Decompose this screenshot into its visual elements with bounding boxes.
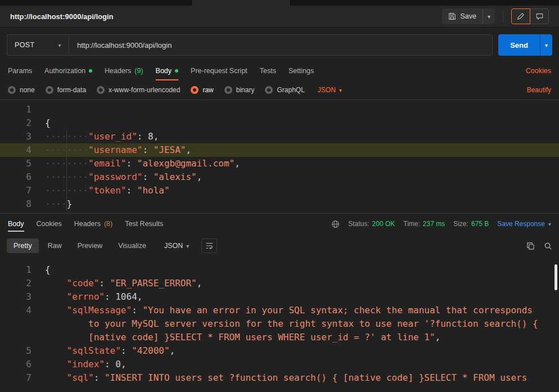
body-type-binary[interactable]: binary (224, 86, 255, 94)
code-line[interactable]: 6 "index": 0, (0, 358, 559, 371)
code-token: { (45, 264, 51, 275)
view-tab-raw[interactable]: Raw (41, 238, 69, 253)
tab-label: Cookies (37, 220, 62, 228)
save-button-label: Save (460, 12, 476, 20)
code-line[interactable]: 1{ (0, 263, 559, 277)
save-button[interactable]: Save (442, 8, 483, 24)
code-line[interactable]: 4········"username": "JESA", (0, 143, 559, 157)
time-label: Time: (403, 220, 420, 228)
response-scrollbar[interactable] (555, 264, 557, 290)
send-dropdown-button[interactable] (540, 34, 552, 56)
code-line[interactable]: [native code] }SELECT * FROM users WHERE… (0, 331, 559, 344)
search-button[interactable] (544, 242, 552, 250)
code-line[interactable]: 7········"token": "hola" (0, 184, 559, 197)
code-token (45, 372, 67, 383)
code-token: } (67, 199, 73, 209)
code-line[interactable]: 8····} (0, 197, 559, 211)
code-token: 8 (148, 131, 154, 142)
request-tab-authorization[interactable]: Authorization (44, 61, 92, 80)
code-line[interactable]: 2{ (0, 116, 559, 130)
code-line[interactable]: 4 "sqlMessage": "You have an error in yo… (0, 304, 559, 317)
tab-label: Authorization (44, 67, 85, 75)
method-label: POST (15, 41, 35, 49)
code-line[interactable]: 1 (0, 103, 559, 116)
code-token: : (121, 345, 132, 356)
code-token (45, 332, 88, 343)
method-select[interactable]: POST (7, 34, 69, 56)
response-body-editor[interactable]: 1{2 "code": "ER_PARSE_ERROR",3 "errno": … (0, 258, 559, 392)
line-number: 5 (0, 344, 31, 358)
chevron-down-icon (548, 220, 551, 227)
edit-button[interactable] (511, 8, 530, 24)
code-token: ···· (45, 199, 67, 209)
response-tab-cookies[interactable]: Cookies (37, 214, 62, 234)
wrap-text-button[interactable] (201, 238, 217, 253)
body-type-none[interactable]: none (8, 86, 35, 94)
code-line[interactable]: 2 "code": "ER_PARSE_ERROR", (0, 277, 559, 290)
radio-icon (191, 86, 199, 94)
code-token: , (197, 278, 202, 289)
radio-label: none (20, 86, 35, 94)
body-type-form-data[interactable]: form-data (46, 86, 86, 94)
line-number: 4 (0, 304, 31, 317)
request-body-editor[interactable]: 1 2{3········"user_id": 8,4········"user… (0, 100, 559, 214)
url-input[interactable] (69, 34, 493, 56)
code-line[interactable]: 5 "sqlState": "42000", (0, 344, 559, 358)
body-type-raw[interactable]: raw (191, 86, 213, 94)
request-tab-settings[interactable]: Settings (288, 61, 314, 80)
view-tab-pretty[interactable]: Pretty (7, 238, 39, 253)
tab-label: Headers (74, 220, 101, 228)
code-line[interactable]: 7 "sql": "INSERT INTO users set ?functio… (0, 371, 559, 385)
code-line[interactable]: 5········"email": "alexgb@gmail.com", (0, 157, 559, 170)
code-token: : (142, 145, 153, 155)
chevron-down-icon (186, 242, 189, 250)
line-number: 6 (0, 358, 31, 371)
radio-label: binary (236, 86, 255, 94)
save-response-button[interactable]: Save Response (497, 220, 551, 228)
code-token: "user_id" (88, 131, 137, 142)
pencil-icon (517, 12, 525, 20)
response-tab-test-results[interactable]: Test Results (125, 214, 163, 234)
radio-label: x-www-form-urlencoded (109, 86, 180, 94)
line-number: 1 (0, 263, 31, 277)
line-number: 3 (0, 130, 31, 143)
active-window-tab[interactable] (191, 0, 291, 6)
radio-icon (97, 86, 105, 94)
response-tab-headers[interactable]: Headers(8) (74, 214, 113, 234)
language-select[interactable]: JSON (318, 86, 342, 94)
request-tab-pre-request-script[interactable]: Pre-request Script (191, 61, 247, 80)
body-type-graphql[interactable]: GraphQL (265, 86, 304, 94)
cookies-link[interactable]: Cookies (526, 67, 551, 75)
view-tab-preview[interactable]: Preview (71, 238, 109, 253)
response-header: BodyCookiesHeaders(8)Test Results Status… (0, 214, 559, 234)
line-number: 6 (0, 170, 31, 184)
request-tab-headers[interactable]: Headers(9) (105, 61, 143, 80)
view-tab-visualize[interactable]: Visualize (111, 238, 153, 253)
code-line[interactable]: 3········"user_id": 8, (0, 130, 559, 143)
comment-icon (535, 12, 544, 20)
body-type-x-www-form-urlencoded[interactable]: x-www-form-urlencoded (97, 86, 180, 94)
request-tab-body[interactable]: Body (156, 61, 179, 80)
copy-icon (526, 242, 535, 250)
tab-label: Body (156, 67, 172, 75)
send-button[interactable]: Send (498, 34, 540, 56)
response-language-select[interactable]: JSON (159, 239, 195, 253)
save-button-group: Save (442, 8, 495, 24)
comments-button[interactable] (530, 8, 549, 24)
title-icon-group (511, 8, 549, 24)
save-dropdown-button[interactable] (483, 8, 495, 24)
code-token: "You have an error in your SQL syntax; c… (142, 305, 533, 316)
code-token: , (235, 158, 240, 169)
beautify-link[interactable]: Beautify (527, 86, 551, 94)
response-tab-body[interactable]: Body (8, 214, 24, 234)
copy-button[interactable] (526, 242, 535, 250)
code-line[interactable]: 3 "errno": 1064, (0, 290, 559, 304)
status-label: Status: (348, 220, 369, 228)
request-tab-tests[interactable]: Tests (260, 61, 276, 80)
code-line[interactable]: 6········"password": "alexis", (0, 170, 559, 184)
tab-label: Headers (105, 67, 131, 75)
request-tab-params[interactable]: Params (8, 61, 32, 80)
code-line[interactable]: to your MySQL server version for the rig… (0, 317, 559, 331)
chevron-down-icon (545, 41, 548, 48)
code-content: ········"user_id": 8, (31, 130, 559, 143)
